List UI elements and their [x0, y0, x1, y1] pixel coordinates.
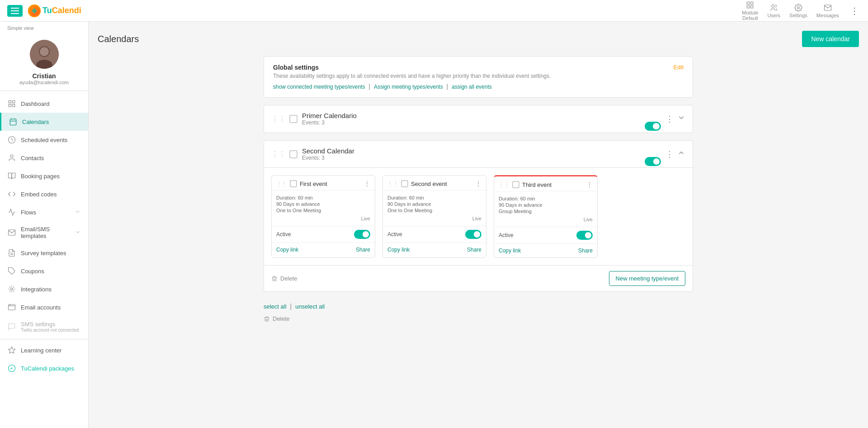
settings-nav[interactable]: Settings — [789, 4, 807, 18]
event-more-third[interactable]: ⋮ — [586, 181, 593, 188]
svg-point-24 — [11, 288, 13, 290]
page-title: Calendars — [98, 34, 139, 44]
event-advance-first: 90 Days in advance — [276, 201, 370, 207]
event-drag-first[interactable]: ⋮⋮ — [276, 181, 287, 187]
event-live-third: Live — [499, 217, 593, 222]
svg-point-6 — [797, 6, 800, 9]
bottom-actions: select all | unselect all Delete — [264, 299, 693, 326]
sidebar-item-learning-center[interactable]: Learning center — [0, 341, 88, 359]
module-default-nav[interactable]: Module Default — [742, 1, 758, 21]
sms-settings-label: SMS settings — [21, 321, 81, 328]
copy-link-first[interactable]: Copy link — [276, 247, 298, 253]
copy-link-third[interactable]: Copy link — [499, 247, 521, 254]
live-badge-third: Live — [584, 217, 593, 222]
messages-nav[interactable]: Messages — [816, 4, 839, 18]
event-active-third: Active — [494, 227, 597, 243]
simple-view-label: Simple view — [0, 22, 88, 33]
sidebar-item-contacts[interactable]: Contacts — [0, 149, 88, 167]
sidebar-item-dashboard[interactable]: Dashboard — [0, 95, 88, 113]
svg-rect-15 — [10, 119, 16, 125]
users-label: Users — [767, 13, 780, 18]
hamburger-button[interactable] — [7, 5, 23, 17]
calendar-toggle-primer[interactable] — [645, 114, 661, 124]
user-profile: Cristian ayuda@tucalendi.com — [0, 33, 88, 91]
svg-rect-2 — [751, 2, 753, 4]
new-calendar-button[interactable]: New calendar — [802, 31, 859, 47]
event-body-third: Duration: 60 min 90 Days in advance Grou… — [494, 191, 597, 227]
learning-center-label: Learning center — [21, 347, 61, 354]
event-more-second-ev[interactable]: ⋮ — [475, 180, 481, 187]
sidebar-item-email-accounts[interactable]: Email accounts — [0, 298, 88, 316]
share-link-second-ev[interactable]: Share — [467, 247, 481, 253]
separator: | — [290, 303, 292, 310]
event-duration-second-ev: Duration: 60 min — [387, 195, 481, 200]
top-nav-left: TuCalendi — [7, 5, 81, 17]
unselect-all-link[interactable]: unselect all — [295, 303, 325, 310]
calendar-more-second[interactable]: ⋮ — [665, 149, 674, 159]
event-drag-second-ev[interactable]: ⋮⋮ — [387, 181, 398, 187]
sidebar-item-booking-pages[interactable]: Booking pages — [0, 167, 88, 185]
event-checkbox-second-ev[interactable] — [401, 180, 408, 187]
calendar-toggle-second[interactable] — [645, 150, 661, 159]
calendar-checkbox-primer[interactable] — [289, 115, 297, 123]
event-card-first: ⋮⋮ First event ⋮ Duration: 60 min 90 Day… — [271, 175, 375, 258]
svg-point-20 — [10, 155, 13, 157]
sidebar-item-scheduled-events[interactable]: Scheduled events — [0, 131, 88, 149]
event-toggle-third[interactable] — [576, 231, 593, 240]
drag-handle-second[interactable]: ⋮⋮ — [271, 150, 286, 158]
users-nav[interactable]: Users — [767, 4, 780, 18]
event-active-first: Active — [272, 226, 375, 243]
sidebar-item-embed-codes[interactable]: Embed codes — [0, 185, 88, 203]
new-meeting-type-button[interactable]: New meeting type/event — [609, 271, 685, 286]
email-sms-chevron-icon — [75, 229, 81, 237]
avatar — [30, 40, 59, 69]
survey-templates-label: Survey templates — [21, 250, 66, 257]
share-link-first[interactable]: Share — [356, 247, 370, 253]
sidebar-item-flows[interactable]: Flows — [0, 203, 88, 221]
sms-settings-icon — [7, 322, 16, 331]
calendar-footer-second: Delete New meeting type/event — [264, 265, 693, 291]
calendar-collapse-primer[interactable] — [677, 114, 685, 124]
svg-rect-25 — [9, 304, 15, 310]
show-connected-link[interactable]: show connected meeting types/events — [273, 84, 365, 90]
event-checkbox-third[interactable] — [512, 181, 519, 188]
event-live-first: Live — [276, 216, 370, 221]
sidebar-item-sms-settings[interactable]: SMS settings Twilio account not connecte… — [0, 316, 88, 337]
event-meeting-type-second-ev: One to One Meeting — [387, 208, 481, 213]
assign-all-events-link[interactable]: assign all events — [452, 84, 492, 90]
bottom-delete[interactable]: Delete — [264, 315, 693, 322]
sidebar-item-email-sms-templates[interactable]: Email/SMS templates — [0, 221, 88, 244]
sidebar-item-coupons[interactable]: Coupons — [0, 262, 88, 280]
calendar-more-primer[interactable]: ⋮ — [665, 114, 674, 124]
settings-label: Settings — [789, 13, 807, 18]
link-separator-2: | — [447, 83, 450, 90]
event-toggle-first[interactable] — [354, 230, 370, 239]
svg-rect-4 — [751, 5, 753, 8]
event-more-first[interactable]: ⋮ — [364, 180, 370, 187]
sidebar-item-survey-templates[interactable]: Survey templates — [0, 244, 88, 262]
drag-handle-primer[interactable]: ⋮⋮ — [271, 114, 286, 123]
global-settings-info: Global settings These availability setti… — [273, 64, 551, 83]
sidebar-item-tucalendi-packages[interactable]: TuCalendi packages — [0, 359, 88, 377]
event-live-second-ev: Live — [387, 216, 481, 221]
more-options-button[interactable]: ⋮ — [848, 4, 861, 18]
sidebar-item-calendars[interactable]: Calendars — [0, 113, 88, 131]
event-checkbox-first[interactable] — [290, 180, 297, 187]
calendar-collapse-second[interactable] — [677, 149, 685, 159]
calendar-name-text-primer: Primer Calendario — [302, 112, 645, 119]
calendar-checkbox-second[interactable] — [289, 150, 297, 158]
copy-link-second-ev[interactable]: Copy link — [387, 247, 410, 253]
event-actions-third: Copy link Share — [494, 243, 597, 257]
delete-calendar-button[interactable]: Delete — [271, 275, 297, 282]
settings-icon — [794, 4, 802, 12]
select-all-link[interactable]: select all — [264, 303, 287, 310]
sidebar-item-integrations[interactable]: Integrations — [0, 280, 88, 298]
edit-link[interactable]: Edit — [674, 64, 684, 71]
assign-meeting-types-link[interactable]: Assign meeting types/events — [374, 84, 443, 90]
event-drag-third[interactable]: ⋮⋮ — [499, 181, 509, 188]
share-link-third[interactable]: Share — [578, 247, 593, 254]
calendar-header-primer: ⋮⋮ Primer Calendario Events: 3 ⋮ — [264, 105, 693, 133]
top-nav-right: Module Default Users Settings Messages ⋮ — [742, 1, 861, 21]
event-toggle-second-ev[interactable] — [465, 230, 481, 239]
nav-menu: Dashboard Calendars Scheduled events — [0, 91, 88, 381]
